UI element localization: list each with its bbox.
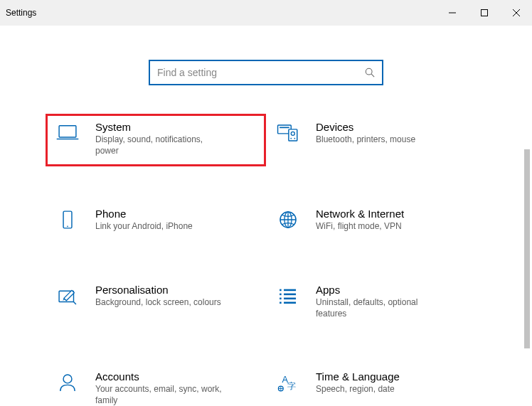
svg-rect-21 [284, 301, 296, 304]
search-container [0, 60, 532, 85]
tile-title: Devices [316, 121, 474, 133]
person-icon [55, 372, 80, 393]
scrollbar[interactable] [521, 149, 532, 406]
svg-rect-19 [284, 293, 296, 295]
window-title: Settings [6, 8, 36, 18]
svg-text:字: 字 [287, 381, 296, 391]
tile-title: Accounts [95, 370, 253, 383]
minimize-icon [449, 9, 456, 16]
phone-icon [55, 209, 80, 230]
svg-rect-14 [280, 289, 282, 291]
svg-rect-9 [63, 211, 72, 228]
close-icon [513, 9, 520, 16]
tile-desc: Bluetooth, printers, mouse [316, 134, 444, 145]
svg-point-10 [67, 226, 68, 228]
tile-desc: Link your Android, iPhone [95, 220, 223, 232]
tile-desc: Your accounts, email, sync, work, family [95, 383, 223, 406]
globe-icon [276, 209, 300, 230]
tile-apps[interactable]: Apps Uninstall, defaults, optional featu… [266, 277, 486, 329]
tile-personalisation[interactable]: Personalisation Background, lock screen,… [46, 277, 266, 329]
svg-point-22 [63, 375, 72, 383]
svg-rect-15 [280, 293, 282, 295]
tile-text: Devices Bluetooth, printers, mouse [316, 121, 474, 145]
language-icon: A 字 [276, 372, 300, 393]
tile-title: Time & Language [316, 370, 474, 383]
tile-text: System Display, sound, notifications, po… [95, 121, 253, 156]
tile-text: Apps Uninstall, defaults, optional featu… [316, 284, 474, 319]
paint-icon [55, 285, 80, 306]
tile-desc: Display, sound, notifications, power [95, 134, 223, 156]
tile-network[interactable]: Network & Internet WiFi, flight mode, VP… [266, 201, 486, 242]
window-controls [436, 0, 532, 26]
tile-desc: Uninstall, defaults, optional features [316, 297, 444, 319]
laptop-icon [55, 122, 80, 144]
svg-rect-17 [280, 301, 282, 304]
close-button[interactable] [500, 0, 532, 26]
svg-point-8 [294, 138, 296, 139]
svg-point-1 [366, 68, 372, 75]
maximize-button[interactable] [468, 0, 500, 26]
minimize-button[interactable] [436, 0, 468, 26]
tile-system[interactable]: System Display, sound, notifications, po… [46, 114, 266, 166]
tile-text: Time & Language Speech, region, date [316, 370, 474, 395]
tile-accounts[interactable]: Accounts Your accounts, email, sync, wor… [46, 363, 266, 406]
svg-rect-2 [59, 126, 76, 137]
svg-rect-0 [481, 10, 487, 16]
svg-rect-20 [284, 297, 296, 299]
tile-text: Personalisation Background, lock screen,… [95, 284, 253, 308]
tile-text: Phone Link your Android, iPhone [95, 208, 253, 232]
tile-desc: Background, lock screen, colours [95, 297, 223, 308]
tile-title: Personalisation [95, 284, 253, 296]
tile-desc: WiFi, flight mode, VPN [316, 220, 444, 232]
titlebar: Settings [0, 0, 532, 26]
svg-point-7 [290, 138, 292, 139]
devices-icon [276, 122, 300, 144]
client-area: System Display, sound, notifications, po… [0, 60, 532, 406]
tile-time-language[interactable]: A 字 Time & Language Speech, region, date [266, 363, 486, 406]
tile-title: Phone [95, 208, 253, 220]
scrollbar-thumb[interactable] [524, 149, 530, 348]
svg-rect-4 [280, 127, 289, 129]
settings-grid: System Display, sound, notifications, po… [46, 114, 486, 406]
search-icon [365, 68, 375, 78]
tile-devices[interactable]: Devices Bluetooth, printers, mouse [266, 114, 486, 166]
svg-rect-16 [280, 297, 282, 299]
tile-text: Network & Internet WiFi, flight mode, VP… [316, 208, 474, 232]
tile-title: Apps [316, 284, 474, 296]
tile-title: Network & Internet [316, 208, 474, 220]
search-box[interactable] [149, 60, 383, 85]
tile-desc: Speech, region, date [316, 383, 444, 395]
tile-title: System [95, 121, 253, 133]
maximize-icon [481, 9, 488, 16]
list-icon [276, 285, 300, 306]
tile-phone[interactable]: Phone Link your Android, iPhone [46, 201, 266, 242]
svg-rect-18 [284, 289, 296, 291]
search-input[interactable] [157, 67, 365, 78]
tile-text: Accounts Your accounts, email, sync, wor… [95, 370, 253, 406]
